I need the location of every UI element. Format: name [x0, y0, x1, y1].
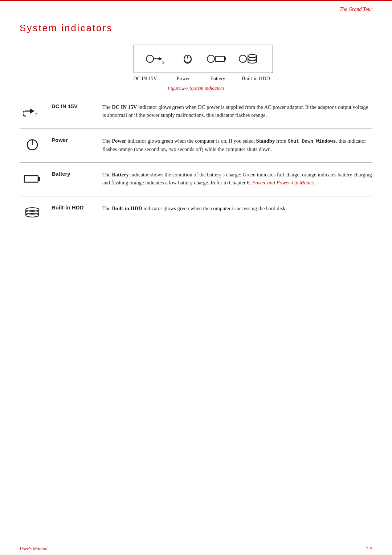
hdd-description: The Built-in HDD indicator glows green w…	[99, 196, 372, 230]
svg-point-0	[146, 55, 154, 62]
svg-text:2: 2	[35, 113, 37, 117]
diagram-labels: DC IN 15V Power Battery Built-in HDD	[116, 76, 276, 82]
table-row: Power The Power indicator glows green wh…	[20, 129, 372, 163]
table-row: Built-in HDD The Built-in HDD indicator …	[20, 196, 372, 230]
diagram-label-battery: Battery	[200, 76, 236, 82]
page-content: System indicators 2	[20, 5, 372, 542]
indicators-table: 2 DC IN 15V The DC IN 15V indicator glow…	[20, 95, 372, 230]
diagram-battery-icon	[206, 50, 228, 68]
svg-point-9	[248, 57, 257, 60]
hdd-label: Built-in HDD	[49, 196, 99, 230]
diagram-hdd-icon	[238, 50, 258, 68]
power-icon-cell	[20, 129, 49, 163]
diagram-dc-icon: 2	[145, 50, 170, 68]
hdd-icon-cell	[20, 196, 49, 230]
battery-label: Battery	[49, 163, 99, 196]
power-label: Power	[49, 129, 99, 163]
battery-description: The Battery indicator shows the conditio…	[99, 163, 372, 196]
dc-label: DC IN 15V	[49, 95, 99, 129]
diagram-label-power: Power	[167, 76, 200, 82]
diagram-area: 2	[20, 45, 372, 91]
diagram-label-hdd: Built-in HDD	[236, 76, 276, 82]
svg-rect-18	[38, 177, 40, 181]
power-modes-link[interactable]: Power and Power-Up Modes	[252, 180, 314, 185]
svg-rect-5	[215, 56, 225, 61]
dc-icon-cell: 2	[20, 95, 49, 129]
table-row: 2 DC IN 15V The DC IN 15V indicator glow…	[20, 95, 372, 129]
svg-point-7	[239, 55, 246, 62]
svg-text:2: 2	[162, 60, 164, 65]
svg-marker-13	[30, 109, 34, 114]
svg-point-4	[207, 55, 215, 62]
diagram-label-dc: DC IN 15V	[123, 76, 167, 82]
svg-point-8	[248, 54, 257, 57]
svg-marker-1	[159, 57, 162, 61]
figure-caption: Figure 2-7 System indicators	[168, 85, 225, 91]
svg-rect-17	[24, 176, 38, 182]
diagram-power-icon	[180, 50, 196, 68]
diagram-box: 2	[134, 45, 273, 73]
header-line	[0, 0, 392, 1]
footer-manual-label: User's Manual	[20, 546, 48, 552]
footer: User's Manual 2-9	[0, 542, 392, 555]
svg-rect-6	[225, 57, 226, 60]
dc-description: The DC IN 15V indicator glows green when…	[99, 95, 372, 129]
battery-icon-cell	[20, 163, 49, 196]
table-row: Battery The Battery indicator shows the …	[20, 163, 372, 196]
page-title: System indicators	[20, 23, 372, 34]
power-description: The Power indicator glows green when the…	[99, 129, 372, 163]
svg-point-10	[248, 60, 257, 63]
footer-page-number: 2-9	[366, 546, 372, 552]
